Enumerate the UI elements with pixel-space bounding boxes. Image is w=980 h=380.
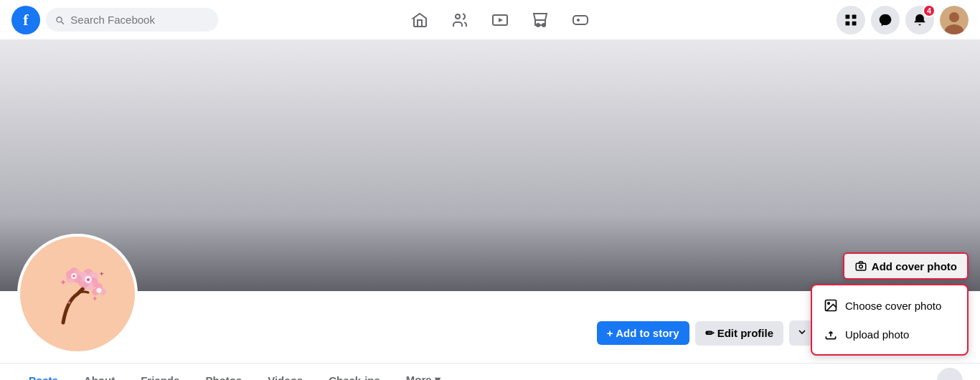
cover-photo-area: Add cover photo Choose cover photo Uploa…: [0, 40, 980, 291]
search-icon: [55, 14, 65, 26]
tab-videos[interactable]: Videos: [256, 364, 314, 381]
svg-point-33: [73, 275, 75, 277]
svg-rect-6: [846, 14, 850, 19]
svg-text:✦: ✦: [92, 295, 98, 303]
tab-more[interactable]: More ▾: [395, 364, 452, 380]
edit-profile-button[interactable]: ✏ Edit profile: [695, 321, 784, 346]
svg-text:✦: ✦: [67, 300, 72, 306]
image-icon: [824, 298, 838, 313]
svg-point-16: [828, 303, 830, 305]
svg-rect-8: [846, 21, 850, 25]
profile-avatar: ✦ ✦ ✦ ✦: [17, 234, 138, 354]
choose-cover-photo-item[interactable]: Choose cover photo: [812, 291, 967, 320]
tab-posts[interactable]: Posts: [17, 364, 70, 381]
svg-text:✦: ✦: [60, 277, 67, 288]
profile-actions: + Add to story ✏ Edit profile: [597, 320, 815, 346]
svg-rect-7: [852, 14, 857, 19]
messenger-button[interactable]: [871, 6, 900, 34]
nav-left: f: [11, 6, 218, 34]
search-input[interactable]: [70, 14, 209, 26]
svg-point-26: [87, 278, 90, 281]
profile-page: Add cover photo Choose cover photo Uploa…: [0, 40, 980, 380]
svg-point-0: [456, 14, 460, 19]
nav-center: [218, 3, 782, 37]
tab-friends[interactable]: Friends: [129, 364, 191, 381]
tab-checkins[interactable]: Check-ins: [317, 364, 392, 381]
tab-about[interactable]: About: [72, 364, 126, 381]
chevron-down-icon: [796, 326, 808, 338]
svg-marker-2: [499, 18, 503, 22]
add-to-story-button[interactable]: + Add to story: [597, 321, 689, 345]
tab-photos[interactable]: Photos: [194, 364, 253, 381]
upload-photo-item[interactable]: Upload photo: [812, 320, 967, 348]
svg-rect-5: [573, 16, 588, 24]
avatar-image: ✦ ✦ ✦ ✦: [27, 244, 128, 344]
gaming-nav-button[interactable]: [563, 3, 598, 37]
more-options-button[interactable]: ···: [937, 368, 963, 380]
svg-rect-9: [852, 21, 857, 25]
profile-tabs: Posts About Friends Photos Videos Check-…: [0, 364, 980, 380]
profile-avatar-button[interactable]: [940, 6, 969, 34]
nav-right: 4: [782, 6, 969, 34]
svg-point-11: [949, 12, 959, 22]
upload-icon: [824, 327, 838, 341]
grid-button[interactable]: [837, 6, 865, 34]
marketplace-nav-button[interactable]: [523, 3, 557, 37]
friends-nav-button[interactable]: [443, 3, 477, 37]
svg-text:✦: ✦: [99, 270, 105, 277]
notification-badge: 4: [923, 4, 936, 17]
top-navigation: f 4: [0, 0, 980, 40]
watch-nav-button[interactable]: [483, 3, 517, 37]
notifications-button[interactable]: 4: [905, 6, 934, 34]
home-nav-button[interactable]: [402, 3, 437, 37]
cover-photo-dropdown: Choose cover photo Upload photo: [811, 284, 969, 356]
search-box[interactable]: [46, 8, 218, 32]
facebook-logo: f: [11, 6, 40, 34]
svg-point-37: [97, 288, 102, 293]
